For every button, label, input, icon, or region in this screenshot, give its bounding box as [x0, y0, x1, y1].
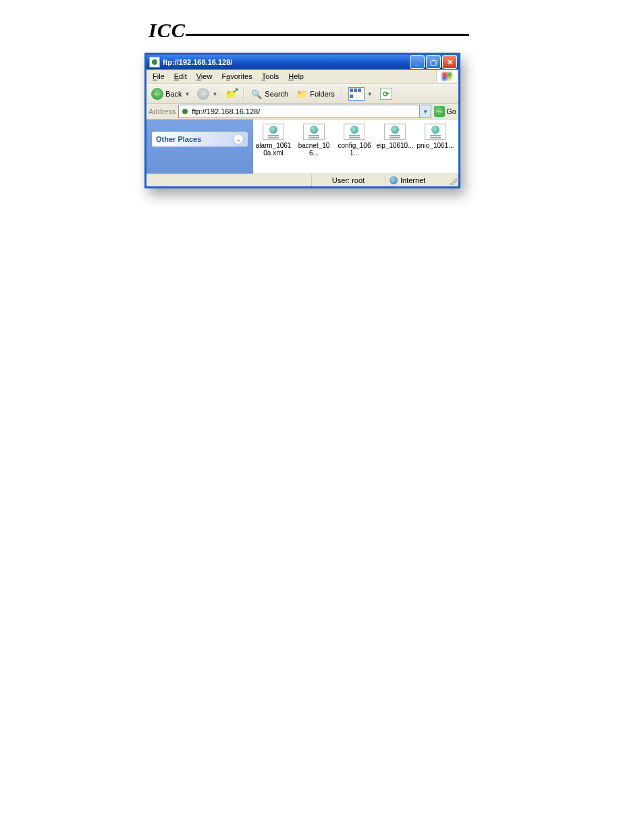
- xml-file-icon: [425, 124, 446, 140]
- folders-label: Folders: [310, 90, 335, 98]
- refresh-button[interactable]: ⟳: [377, 86, 395, 101]
- window-system-icon[interactable]: [149, 57, 160, 68]
- titlebar[interactable]: ftp://192.168.16.128/ _ ▢ ✕: [146, 55, 458, 70]
- xml-file-icon: [303, 124, 325, 140]
- maximize-button[interactable]: ▢: [426, 55, 441, 69]
- header-rule: [186, 34, 469, 36]
- throbber-icon: [436, 70, 457, 82]
- file-name: eip_10610...: [376, 142, 414, 149]
- folders-button[interactable]: Folders: [293, 86, 338, 101]
- close-button[interactable]: ✕: [442, 55, 457, 69]
- list-item[interactable]: pnio_1061...: [417, 124, 454, 149]
- go-button[interactable]: → Go: [434, 106, 456, 117]
- other-places-label: Other Places: [156, 135, 201, 143]
- list-item[interactable]: bacnet_106...: [295, 124, 333, 157]
- search-button[interactable]: Search: [248, 86, 291, 101]
- statusbar: User: root Internet: [146, 174, 458, 186]
- list-item[interactable]: eip_10610...: [376, 124, 414, 149]
- chevron-down-icon[interactable]: ▼: [367, 91, 373, 97]
- forward-icon: →: [197, 88, 209, 100]
- separator: [341, 87, 342, 101]
- menu-edit[interactable]: Edit: [169, 71, 192, 82]
- address-label: Address: [149, 107, 176, 115]
- menu-file[interactable]: FFileile: [148, 71, 169, 82]
- separator: [243, 87, 244, 101]
- explorer-window: ftp://192.168.16.128/ _ ▢ ✕ FFileile Edi…: [144, 53, 460, 188]
- xml-file-icon: [344, 124, 365, 140]
- folder-up-icon: [225, 88, 237, 100]
- file-name: bacnet_106...: [295, 142, 333, 157]
- search-icon: [250, 88, 263, 100]
- globe-icon: [390, 176, 398, 184]
- menu-favorites[interactable]: Favorites: [217, 71, 257, 82]
- back-button[interactable]: ← Back ▼: [149, 86, 192, 101]
- document-header: ICC: [149, 19, 469, 42]
- other-places-header[interactable]: Other Places ⌄: [152, 132, 248, 147]
- status-zone: Internet: [385, 174, 458, 186]
- menu-help[interactable]: Help: [284, 71, 308, 82]
- logo-text: ICC: [149, 19, 186, 42]
- go-icon: →: [434, 106, 445, 117]
- go-label: Go: [446, 107, 456, 115]
- window-title: ftp://192.168.16.128/: [163, 58, 410, 66]
- expand-icon[interactable]: ⌄: [233, 134, 244, 145]
- views-icon: [348, 87, 365, 101]
- refresh-icon: ⟳: [380, 88, 392, 100]
- resize-grip[interactable]: [449, 177, 457, 185]
- tasks-pane: Other Places ⌄: [146, 120, 253, 174]
- addressbar: Address ftp://192.168.16.128/ ▼ → Go: [146, 104, 458, 120]
- zone-label: Internet: [400, 176, 425, 184]
- address-type-icon: [180, 107, 190, 116]
- xml-file-icon: [263, 124, 284, 140]
- list-item[interactable]: config_1061...: [336, 124, 373, 157]
- address-value: ftp://192.168.16.128/: [192, 107, 260, 115]
- search-label: Search: [265, 90, 288, 98]
- menu-view[interactable]: View: [192, 71, 217, 82]
- status-user: User: root: [312, 174, 385, 186]
- minimize-button[interactable]: _: [410, 55, 425, 69]
- back-icon: ←: [151, 88, 163, 100]
- address-input[interactable]: ftp://192.168.16.128/ ▼: [178, 105, 431, 118]
- chevron-down-icon[interactable]: ▼: [184, 91, 190, 97]
- status-segment: [146, 174, 312, 186]
- file-list[interactable]: alarm_10610a.xml bacnet_106... config_10…: [253, 120, 458, 174]
- folders-icon: [296, 88, 308, 100]
- forward-button[interactable]: → ▼: [194, 86, 220, 101]
- list-item[interactable]: alarm_10610a.xml: [254, 124, 292, 157]
- file-name: config_1061...: [336, 142, 373, 157]
- up-button[interactable]: [222, 86, 240, 101]
- file-name: alarm_10610a.xml: [254, 142, 292, 157]
- menubar: FFileile Edit View Favorites Tools Help: [146, 70, 458, 84]
- client-area: Other Places ⌄ alarm_10610a.xml bacnet_1…: [146, 120, 458, 174]
- address-dropdown-button[interactable]: ▼: [419, 105, 431, 118]
- chevron-down-icon[interactable]: ▼: [212, 91, 217, 97]
- back-label: Back: [165, 90, 182, 98]
- xml-file-icon: [384, 124, 406, 140]
- views-button[interactable]: ▼: [346, 86, 375, 102]
- menu-tools[interactable]: Tools: [257, 71, 284, 82]
- toolbar: ← Back ▼ → ▼ Search Folder: [146, 84, 458, 104]
- file-name: pnio_1061...: [417, 142, 454, 149]
